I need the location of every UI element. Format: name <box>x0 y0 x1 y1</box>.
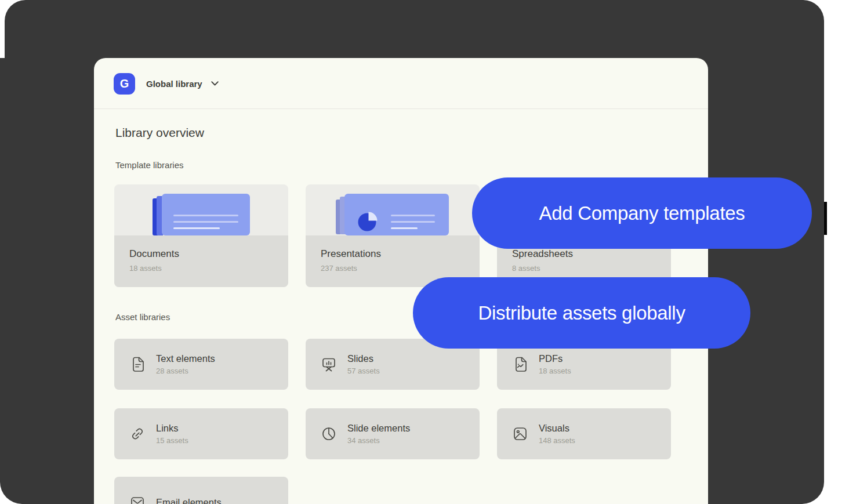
card-title: Documents <box>129 248 179 260</box>
asset-card-count: 57 assets <box>347 367 380 375</box>
workspace-name: Global library <box>146 79 202 89</box>
asset-card-count: 34 assets <box>347 436 410 445</box>
asset-card-slide-elements[interactable]: Slide elements 34 assets <box>306 408 480 459</box>
asset-card-count: 148 assets <box>539 436 575 445</box>
pdf-document-icon <box>511 355 529 374</box>
edge-tick-mark <box>824 202 827 235</box>
asset-card-title: Text elements <box>156 353 215 364</box>
asset-card-title: Links <box>156 423 188 434</box>
asset-card-title: PDFs <box>539 353 571 364</box>
asset-card-links[interactable]: Links 15 assets <box>114 408 288 459</box>
image-icon <box>511 425 529 443</box>
stacked-documents-illustration <box>114 184 288 235</box>
card-title: Spreadsheets <box>512 248 573 260</box>
template-card-presentations[interactable]: Presentations 237 assets <box>306 184 480 287</box>
link-icon <box>129 425 146 443</box>
asset-section-label: Asset libraries <box>115 312 170 322</box>
callout-label: Add Company templates <box>539 202 745 224</box>
asset-card-text-elements[interactable]: Text elements 28 assets <box>114 339 288 390</box>
asset-card-visuals[interactable]: Visuals 148 assets <box>497 408 671 459</box>
text-document-icon <box>129 355 146 374</box>
template-section-label: Template libraries <box>115 160 184 170</box>
card-count: 237 assets <box>321 264 357 273</box>
chevron-down-icon <box>211 81 219 86</box>
screenshot-canvas: G Global library Library overview Templa… <box>0 0 849 504</box>
workspace-switcher[interactable]: Global library <box>146 58 219 109</box>
card-title: Presentations <box>321 248 381 260</box>
add-company-templates-callout[interactable]: Add Company templates <box>472 177 812 249</box>
pie-chart-icon <box>320 425 338 443</box>
asset-card-email-elements[interactable]: Email elements <box>114 477 288 504</box>
asset-card-count: 15 assets <box>156 436 188 445</box>
asset-card-title: Slide elements <box>347 423 410 434</box>
asset-card-count: 18 assets <box>539 367 571 375</box>
envelope-icon <box>129 493 146 504</box>
asset-card-title: Email elements <box>156 497 222 504</box>
card-count: 18 assets <box>129 264 162 273</box>
asset-card-title: Slides <box>347 353 380 364</box>
card-count: 8 assets <box>512 264 540 273</box>
stacked-slides-pie-illustration <box>306 184 480 235</box>
pie-chart-graphic <box>357 211 379 233</box>
presentation-screen-icon <box>320 355 338 374</box>
brand-logo: G <box>114 73 135 95</box>
distribute-assets-globally-callout[interactable]: Distribute assets globally <box>413 277 750 349</box>
callout-label: Distribute assets globally <box>478 302 685 324</box>
page-title: Library overview <box>115 126 204 140</box>
asset-card-count: 28 assets <box>156 367 215 375</box>
asset-card-title: Visuals <box>539 423 575 434</box>
template-card-documents[interactable]: Documents 18 assets <box>114 184 288 287</box>
